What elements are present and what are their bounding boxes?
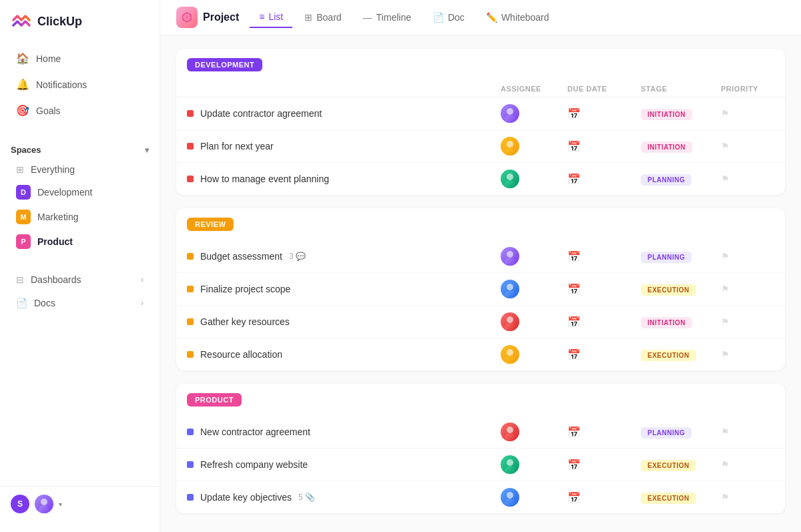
grid-icon: ⊞	[16, 164, 24, 175]
tab-list-label: List	[268, 11, 283, 22]
sidebar-item-development[interactable]: D Development	[5, 180, 154, 204]
flag-icon: ⚑	[721, 427, 730, 437]
flag-icon: ⚑	[721, 108, 730, 119]
sidebar: ClickUp 🏠 Home 🔔 Notifications 🎯 Goals S…	[0, 0, 160, 532]
clickup-logo-icon	[11, 11, 32, 32]
review-badge: REVIEW	[187, 218, 234, 231]
dashboards-chevron-icon: ›	[141, 275, 144, 284]
assignee-avatar	[501, 345, 519, 364]
group-product-header: PRODUCT	[176, 384, 785, 416]
flag-icon: ⚑	[721, 459, 730, 470]
stage-header: STAGE	[641, 85, 721, 93]
calendar-icon: 📅	[567, 316, 581, 328]
calendar-icon: 📅	[567, 141, 581, 152]
sidebar-bottom: S ▾	[0, 486, 160, 521]
assignee-avatar	[501, 104, 519, 123]
task-dot	[187, 110, 194, 117]
tab-board-label: Board	[316, 12, 341, 23]
stage-badge: EXECUTION	[641, 493, 696, 504]
stage-badge: EXECUTION	[641, 350, 696, 361]
task-row[interactable]: Update key objectives 5 📎 📅 EXECUTION ⚑	[176, 481, 785, 513]
tab-doc[interactable]: 📄 Doc	[423, 7, 474, 27]
tab-board[interactable]: ⊞ Board	[295, 7, 350, 27]
flag-icon: ⚑	[721, 251, 730, 262]
task-row[interactable]: Update contractor agreement 📅 INITIATION…	[176, 97, 785, 130]
marketing-avatar: M	[16, 210, 31, 224]
flag-icon: ⚑	[721, 284, 730, 294]
assignee-avatar	[501, 137, 519, 156]
task-extra: 3 💬	[289, 252, 306, 261]
assignee-avatar	[501, 488, 519, 507]
tab-whiteboard-label: Whiteboard	[501, 12, 549, 23]
development-avatar: D	[16, 185, 31, 200]
docs-chevron-icon: ›	[141, 298, 144, 308]
user-photo	[35, 495, 53, 513]
assignee-avatar	[501, 280, 519, 298]
assignee-header: ASSIGNEE	[501, 85, 567, 93]
stage-badge: INITIATION	[641, 317, 692, 328]
sidebar-item-marketing[interactable]: M Marketing	[5, 205, 154, 229]
task-dot	[187, 286, 194, 292]
task-extra: 5 📎	[298, 493, 315, 502]
task-row[interactable]: New contractor agreement 📅 PLANNING ⚑	[176, 416, 785, 449]
task-name: Update key objectives 5 📎	[187, 492, 501, 503]
whiteboard-icon: ✏️	[486, 12, 497, 23]
sidebar-item-dashboards[interactable]: ⊟ Dashboards ›	[5, 268, 154, 291]
flag-icon: ⚑	[721, 316, 730, 327]
task-row[interactable]: Budget assessment 3 💬 📅 PLANNING ⚑	[176, 240, 785, 273]
spaces-chevron-icon: ▾	[145, 146, 149, 155]
task-dot	[187, 176, 194, 182]
assignee-avatar	[501, 247, 519, 266]
task-name: Finalize project scope	[187, 284, 501, 294]
task-row[interactable]: Gather key resources 📅 INITIATION ⚑	[176, 306, 785, 338]
development-badge: DEVELOPMENT	[187, 58, 262, 71]
tab-list[interactable]: ≡ List	[250, 7, 292, 28]
task-row[interactable]: Refresh company website 📅 EXECUTION ⚑	[176, 449, 785, 481]
project-icon	[176, 7, 198, 28]
sidebar-item-home[interactable]: 🏠 Home	[5, 46, 154, 71]
task-row[interactable]: Resource allocation 📅 EXECUTION ⚑	[176, 338, 785, 370]
task-dot	[187, 429, 194, 435]
calendar-icon: 📅	[567, 349, 581, 360]
calendar-icon: 📅	[567, 492, 581, 503]
logo[interactable]: ClickUp	[0, 11, 160, 45]
stage-badge: PLANNING	[641, 174, 692, 186]
task-row[interactable]: Plan for next year 📅 INITIATION ⚑	[176, 130, 785, 163]
assignee-avatar	[501, 423, 519, 441]
assignee-avatar	[501, 455, 519, 474]
sidebar-item-everything[interactable]: ⊞ Everything	[5, 160, 154, 180]
tab-doc-label: Doc	[448, 12, 465, 23]
calendar-icon: 📅	[567, 284, 581, 295]
sidebar-item-notifications[interactable]: 🔔 Notifications	[5, 72, 154, 97]
sidebar-item-goals-label: Goals	[36, 105, 61, 116]
tab-whiteboard[interactable]: ✏️ Whiteboard	[477, 7, 559, 27]
task-row[interactable]: Finalize project scope 📅 EXECUTION ⚑	[176, 273, 785, 306]
spaces-section-header[interactable]: Spaces ▾	[0, 134, 160, 159]
user-profile[interactable]: S ▾	[11, 495, 149, 513]
dashboards-icon: ⊟	[16, 274, 24, 285]
sidebar-item-notifications-label: Notifications	[36, 79, 87, 90]
tab-timeline-label: Timeline	[376, 12, 411, 23]
sidebar-item-goals[interactable]: 🎯 Goals	[5, 98, 154, 123]
timeline-icon: —	[363, 12, 372, 23]
flag-icon: ⚑	[721, 141, 730, 152]
calendar-icon: 📅	[567, 459, 581, 471]
task-row[interactable]: How to manage event planning 📅 PLANNING …	[176, 163, 785, 195]
list-icon: ≡	[259, 11, 264, 22]
task-dot	[187, 494, 194, 501]
everything-label: Everything	[31, 164, 75, 175]
top-navigation: Project ≡ List ⊞ Board — Timeline 📄 Doc …	[160, 0, 801, 35]
sidebar-item-docs[interactable]: 📄 Docs ›	[5, 292, 154, 314]
tab-timeline[interactable]: — Timeline	[354, 7, 421, 27]
task-name: Refresh company website	[187, 459, 501, 470]
sidebar-item-product[interactable]: P Product	[5, 230, 154, 254]
home-icon: 🏠	[16, 52, 29, 65]
flag-icon: ⚑	[721, 174, 730, 184]
docs-icon: 📄	[16, 298, 27, 308]
flag-icon: ⚑	[721, 349, 730, 360]
task-name: New contractor agreement	[187, 427, 501, 437]
dashboards-label: Dashboards	[31, 274, 81, 285]
stage-badge: INITIATION	[641, 142, 692, 153]
bell-icon: 🔔	[16, 78, 29, 91]
table-header-development: ASSIGNEE DUE DATE STAGE PRIORITY	[176, 81, 785, 97]
